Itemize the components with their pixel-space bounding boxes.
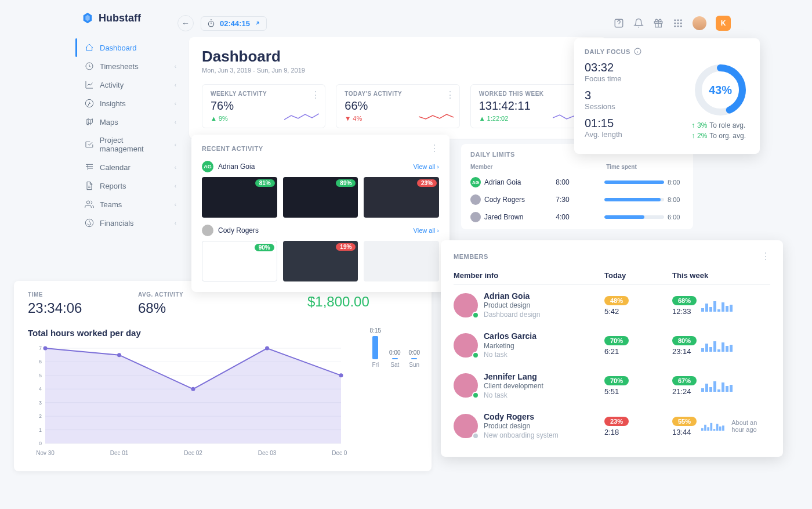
today-time: 2:18: [604, 428, 672, 436]
svg-rect-62: [717, 389, 720, 392]
chart-title: Total hours worked per day: [28, 328, 418, 338]
today-pct-badge: 70%: [604, 376, 629, 385]
svg-rect-46: [717, 309, 720, 312]
back-button[interactable]: ←: [177, 15, 194, 31]
stopwatch-icon: [207, 19, 215, 27]
sidebar-item-financials[interactable]: Financials‹: [81, 214, 180, 232]
day-bar: 0:00Sat: [389, 349, 400, 368]
stats-card: TIME 23:34:06 AVG. ACTIVITY 68% $1,800.0…: [14, 281, 432, 471]
sidebar-item-reports[interactable]: Reports‹: [81, 176, 180, 195]
svg-point-9: [680, 23, 682, 24]
user-name: Adrian Goia: [218, 163, 255, 171]
sidebar-item-timesheets[interactable]: Timesheets‹: [81, 57, 180, 75]
svg-rect-72: [719, 427, 722, 431]
metric-menu[interactable]: ⋮: [445, 89, 455, 100]
svg-rect-58: [701, 388, 704, 392]
col-this-week: This week: [672, 271, 770, 280]
svg-rect-54: [717, 349, 720, 352]
svg-text:7: 7: [39, 345, 42, 351]
member-name: Adrian Goia: [484, 291, 540, 301]
svg-point-5: [677, 19, 679, 21]
apps-icon[interactable]: [673, 18, 683, 28]
member-row: Adrian GoiaProduct designDashboard desig…: [454, 285, 770, 325]
brand-logo[interactable]: Hubstaff: [81, 12, 180, 24]
screenshot-thumb[interactable]: [364, 241, 439, 281]
activity-badge: 81%: [255, 179, 275, 187]
nav-icon: [85, 181, 94, 190]
avatar[interactable]: [693, 16, 706, 30]
member-name: Cody Rogers: [484, 411, 559, 422]
main-panel: Dashboard Mon, Jun 3, 2019 - Sun, Jun 9,…: [189, 37, 607, 139]
sidebar-item-calendar[interactable]: Calendar‹: [81, 158, 180, 176]
sidebar-item-project-management[interactable]: Project management‹: [81, 131, 180, 158]
bell-icon[interactable]: [633, 18, 644, 28]
help-icon[interactable]: [614, 18, 624, 28]
metric-card: ⋮ TODAY'S ACTIVITY 66% ▼ 4%: [336, 84, 459, 128]
nav-icon: [85, 163, 94, 172]
member-avatar[interactable]: [454, 293, 478, 317]
svg-rect-73: [722, 425, 724, 431]
view-all-link[interactable]: View all ›: [414, 227, 439, 234]
sessions-value: 3: [585, 89, 680, 102]
recent-activity-menu[interactable]: ⋮: [430, 143, 439, 154]
timer[interactable]: 02:44:15: [201, 16, 267, 31]
svg-point-10: [674, 26, 676, 27]
svg-rect-47: [722, 302, 724, 312]
metric-menu[interactable]: ⋮: [311, 89, 320, 100]
week-pct-badge: 55%: [672, 417, 697, 426]
user-badge[interactable]: K: [716, 16, 731, 31]
view-all-link[interactable]: View all ›: [414, 163, 439, 170]
nav-icon: [85, 43, 94, 52]
week-sparkbar: [701, 299, 736, 312]
members-menu[interactable]: ⋮: [761, 251, 770, 262]
svg-rect-60: [709, 387, 712, 392]
limit-value: 8:00: [668, 196, 684, 203]
activity-badge: 23%: [417, 179, 437, 187]
today-time: 5:42: [604, 307, 672, 316]
bar-label: Fri: [372, 362, 379, 368]
screenshot-thumb[interactable]: 19%: [283, 241, 358, 281]
svg-rect-64: [726, 386, 728, 392]
svg-rect-70: [713, 429, 716, 431]
screenshot-thumb[interactable]: 89%: [283, 177, 358, 218]
svg-rect-48: [726, 306, 728, 312]
members-title: MEMBERS: [454, 253, 488, 260]
activity-badge: 89%: [336, 179, 356, 187]
daily-focus-card: DAILY FOCUS 03:32Focus time 3Sessions 01…: [574, 38, 760, 154]
sidebar-item-maps[interactable]: Maps‹: [81, 113, 180, 131]
gift-icon[interactable]: [653, 18, 664, 28]
status-dot: [472, 432, 479, 439]
sidebar-item-activity[interactable]: Activity‹: [81, 75, 180, 94]
svg-rect-71: [716, 424, 719, 431]
screenshot-thumb[interactable]: 90%: [202, 241, 277, 281]
sidebar-item-insights[interactable]: Insights‹: [81, 94, 180, 113]
svg-rect-66: [701, 428, 704, 430]
member-avatar[interactable]: [454, 333, 478, 358]
nav-label: Project management: [100, 136, 169, 153]
member-avatar[interactable]: [454, 373, 478, 398]
sidebar-item-teams[interactable]: Teams‹: [81, 195, 180, 214]
org-delta: 2%: [697, 132, 707, 140]
metric-card: ⋮ WEEKLY ACTIVITY 76% ▲ 9%: [202, 84, 325, 128]
sparkline: [284, 110, 319, 123]
status-dot: [472, 312, 479, 319]
bar: [411, 358, 417, 359]
info-icon[interactable]: [634, 48, 641, 55]
svg-point-11: [677, 26, 679, 27]
screenshot-thumb[interactable]: 81%: [202, 177, 277, 218]
svg-point-33: [117, 353, 121, 357]
screenshot-thumb[interactable]: 23%: [364, 177, 439, 218]
week-time: 13:44: [672, 428, 697, 436]
chevron-icon: ‹: [175, 63, 176, 70]
week-sparkbar: [701, 420, 727, 432]
user-avatar: [470, 212, 481, 222]
sidebar: Hubstaff DashboardTimesheets‹Activity‹In…: [81, 12, 180, 232]
avg-length-value: 01:15: [585, 117, 680, 130]
sidebar-item-dashboard[interactable]: Dashboard: [81, 38, 180, 57]
bar-value: 0:00: [409, 349, 420, 356]
nav-label: Calendar: [100, 163, 130, 172]
week-pct-badge: 80%: [672, 336, 697, 345]
member-avatar[interactable]: [454, 414, 478, 438]
week-time: 23:14: [672, 347, 697, 356]
nav-icon: [85, 117, 94, 127]
